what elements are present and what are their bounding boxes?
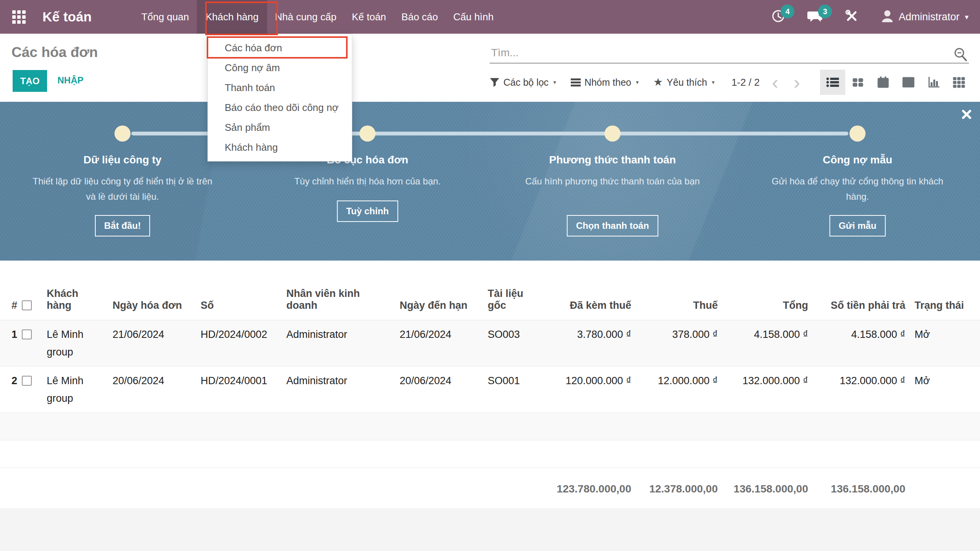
column-header-tax[interactable]: Thuế	[637, 261, 724, 320]
user-menu[interactable]: Administrator ▾	[881, 9, 969, 24]
row-index: 1	[11, 326, 17, 343]
cell-number: HD/2024/0002	[191, 320, 279, 366]
debug-tools-button[interactable]	[845, 9, 859, 24]
column-header-status[interactable]: Trạng thái	[911, 261, 980, 320]
table-header-row: # Khách hàng Ngày hóa đơn Số Nhân viên k…	[0, 261, 980, 320]
filter-funnel-icon	[490, 77, 500, 87]
app-title: Kế toán	[42, 9, 91, 24]
cell-untaxed: 120.000.000 ₫	[536, 366, 637, 412]
column-header-number[interactable]: Số	[191, 261, 279, 320]
list-view-button[interactable]	[820, 70, 845, 95]
column-header-invoice-date[interactable]: Ngày hóa đơn	[103, 261, 191, 320]
messages-badge: 3	[818, 5, 832, 18]
row-index: 2	[11, 372, 17, 390]
pivot-view-button[interactable]	[896, 70, 921, 95]
search-options-row: Các bộ lọc ▾ Nhóm theo ▾ ★ Yêu thích ▾ 1…	[490, 69, 969, 96]
total-amount-due: 136.158.000,00	[814, 468, 911, 511]
dropdown-item-san-pham[interactable]: Sản phẩm	[208, 117, 352, 137]
cell-source-doc: SO003	[479, 320, 536, 366]
column-header-untaxed[interactable]: Đã kèm thuế	[536, 261, 637, 320]
index-header: #	[11, 300, 17, 311]
calendar-view-button[interactable]	[871, 70, 896, 95]
start-button[interactable]: Bắt đầu!	[95, 215, 150, 236]
dropdown-item-thanh-toan[interactable]: Thanh toán	[208, 78, 352, 98]
customize-button[interactable]: Tuỳ chỉnh	[337, 201, 398, 222]
topbar-right-tools: 4 3 Administrator ▾	[771, 9, 969, 24]
cell-invoice-date: 21/06/2024	[103, 320, 191, 366]
user-avatar-icon	[881, 9, 894, 24]
pager-next-button[interactable]: ›	[794, 73, 800, 92]
activity-view-button[interactable]	[946, 70, 972, 95]
send-sample-button[interactable]: Gửi mẫu	[830, 215, 886, 236]
menu-item-ke-toan[interactable]: Kế toán	[344, 0, 394, 34]
close-icon[interactable]	[961, 109, 972, 122]
row-checkbox[interactable]	[22, 376, 32, 386]
graph-view-button[interactable]	[921, 70, 946, 95]
dropdown-item-khach-hang[interactable]: Khách hàng	[208, 137, 352, 157]
view-switcher	[820, 70, 972, 95]
menu-item-cau-hinh[interactable]: Cấu hình	[446, 0, 501, 34]
top-navbar: Kế toán Tổng quan Khách hàng Nhà cung cấ…	[0, 0, 980, 34]
dropdown-item-cac-hoa-don[interactable]: Các hóa đơn	[208, 38, 352, 58]
favorites-dropdown[interactable]: ★ Yêu thích ▾	[653, 77, 714, 88]
search-bar	[490, 41, 969, 64]
apps-menu-icon[interactable]	[12, 10, 26, 24]
dropdown-item-bao-cao-theo-doi-cong-no[interactable]: Báo cáo theo dõi công nợ	[208, 98, 352, 117]
column-header-source-doc[interactable]: Tài liệu gốc	[479, 261, 536, 320]
cell-invoice-date: 20/06/2024	[103, 366, 191, 412]
empty-row	[0, 440, 980, 468]
cell-amount-due: 4.158.000 ₫	[814, 320, 911, 366]
row-checkbox[interactable]	[22, 329, 32, 339]
column-header-amount-due[interactable]: Số tiền phải trả	[814, 261, 911, 320]
menu-item-bao-cao[interactable]: Báo cáo	[394, 0, 446, 34]
cell-customer: Lê Minh group	[42, 320, 103, 366]
column-header-total[interactable]: Tổng	[724, 261, 814, 320]
cell-total: 4.158.000 ₫	[724, 320, 814, 366]
pager-counter: 1-2 / 2	[732, 77, 760, 88]
cell-source-doc: SO001	[479, 366, 536, 412]
menu-item-khach-hang[interactable]: Khách hàng	[197, 0, 268, 34]
pager-prev-button[interactable]: ‹	[772, 73, 778, 92]
step-dot-icon	[604, 126, 621, 142]
select-all-checkbox[interactable]	[22, 300, 32, 310]
cell-total: 132.000.000 ₫	[724, 366, 814, 412]
onboarding-step-payment-method: Phương thức thanh toán Cấu hình phương t…	[490, 102, 735, 261]
messages-button[interactable]: 3	[807, 9, 823, 24]
invoice-list: # Khách hàng Ngày hóa đơn Số Nhân viên k…	[0, 261, 980, 511]
table-row[interactable]: 2 Lê Minh group 20/06/2024 HD/2024/0001 …	[0, 366, 980, 412]
activities-button[interactable]: 4	[771, 9, 785, 24]
create-button[interactable]: TẠO	[13, 70, 47, 92]
dropdown-item-cong-no-am[interactable]: Công nợ âm	[208, 58, 352, 78]
filters-dropdown[interactable]: Các bộ lọc ▾	[490, 77, 556, 88]
groupby-dropdown[interactable]: Nhóm theo ▾	[571, 77, 639, 88]
import-button[interactable]: NHẬP	[57, 75, 83, 86]
chevron-down-icon: ▾	[965, 13, 969, 21]
column-header-customer[interactable]: Khách hàng	[42, 261, 103, 320]
group-bars-icon	[571, 78, 581, 87]
search-input[interactable]	[490, 41, 969, 64]
activities-badge: 4	[781, 5, 794, 18]
total-tax: 12.378.000,00	[637, 468, 724, 511]
page-title: Các hóa đơn	[11, 44, 98, 60]
cell-salesperson: Administrator	[279, 366, 390, 412]
totals-row: 123.780.000,00 12.378.000,00 136.158.000…	[0, 468, 980, 511]
empty-row	[0, 412, 980, 440]
cell-status: Mở	[911, 320, 980, 366]
column-header-due-date[interactable]: Ngày đến hạn	[390, 261, 479, 320]
step-dot-icon	[359, 126, 376, 142]
main-menu: Tổng quan Khách hàng Nhà cung cấp Kế toá…	[134, 0, 501, 34]
choose-payment-button[interactable]: Chọn thanh toán	[567, 215, 658, 236]
khach-hang-dropdown-menu: Các hóa đơn Công nợ âm Thanh toán Báo cá…	[207, 34, 352, 161]
menu-item-nha-cung-cap[interactable]: Nhà cung cấp	[267, 0, 344, 34]
menu-item-tong-quan[interactable]: Tổng quan	[134, 0, 196, 34]
cell-tax: 12.000.000 ₫	[637, 366, 724, 412]
chevron-down-icon: ▾	[712, 79, 715, 86]
onboarding-banner: Dữ liệu công ty Thiết lập dữ liệu công t…	[0, 102, 980, 261]
total-untaxed: 123.780.000,00	[536, 468, 637, 511]
cell-due-date: 20/06/2024	[390, 366, 479, 412]
column-header-salesperson[interactable]: Nhân viên kinh doanh	[279, 261, 390, 320]
table-row[interactable]: 1 Lê Minh group 21/06/2024 HD/2024/0002 …	[0, 320, 980, 366]
kanban-view-button[interactable]	[845, 70, 871, 95]
chevron-down-icon: ▾	[636, 79, 639, 86]
search-icon[interactable]	[953, 47, 968, 64]
